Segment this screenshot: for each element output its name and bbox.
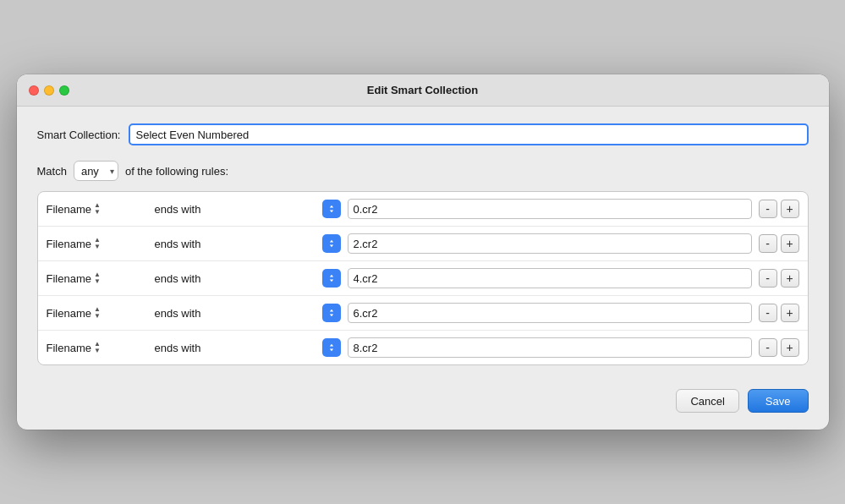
rule-operator: ends with [155,304,341,322]
rule-actions: - + [759,234,799,253]
title-bar: Edit Smart Collection [17,74,829,107]
remove-rule-button[interactable]: - [759,338,777,357]
table-row: Filename ▲▼ ends with - + [38,296,808,331]
rule-value-input[interactable] [348,233,752,254]
field-arrows-icon: ▲▼ [94,306,101,320]
table-row: Filename ▲▼ ends with - + [38,261,808,296]
match-label-after: of the following rules: [125,165,228,178]
dialog-footer: Cancel Save [17,379,829,413]
add-rule-button[interactable]: + [781,338,799,357]
operator-select-button[interactable] [322,200,341,218]
operator-text: ends with [155,342,317,354]
rule-operator: ends with [155,234,341,253]
match-any-select[interactable]: any all [74,161,118,181]
rule-operator: ends with [155,200,341,218]
cancel-button[interactable]: Cancel [676,389,738,413]
rule-field-text: Filename [47,238,91,250]
table-row: Filename ▲▼ ends with - + [38,192,808,227]
traffic-lights [29,85,69,96]
operator-text: ends with [155,238,317,250]
field-arrows-icon: ▲▼ [94,202,101,216]
field-arrows-icon: ▲▼ [94,237,101,250]
field-arrows-icon: ▲▼ [94,341,101,354]
rule-field: Filename ▲▼ [47,271,148,285]
add-rule-button[interactable]: + [781,304,799,322]
rule-field: Filename ▲▼ [47,341,148,354]
remove-rule-button[interactable]: - [759,234,777,253]
rule-field: Filename ▲▼ [47,202,148,216]
rule-field-text: Filename [47,203,91,216]
add-rule-button[interactable]: + [781,269,799,288]
operator-select-button[interactable] [322,304,341,322]
smart-collection-label: Smart Collection: [37,129,121,141]
operator-text: ends with [155,307,317,320]
rule-field-text: Filename [47,307,91,320]
remove-rule-button[interactable]: - [759,200,777,218]
match-select-wrapper: any all ▾ [74,161,118,181]
smart-collection-input[interactable] [129,123,808,145]
remove-rule-button[interactable]: - [759,269,777,288]
add-rule-button[interactable]: + [781,200,799,218]
dialog-body: Smart Collection: Match any all ▾ of the… [17,107,829,365]
field-arrows-icon: ▲▼ [94,271,101,285]
rule-actions: - + [759,269,799,288]
operator-text: ends with [155,272,317,285]
save-button[interactable]: Save [748,389,809,413]
add-rule-button[interactable]: + [781,234,799,253]
match-label-before: Match [37,165,67,178]
operator-select-button[interactable] [322,234,341,253]
edit-smart-collection-dialog: Edit Smart Collection Smart Collection: … [17,74,829,430]
rule-field-text: Filename [47,272,91,285]
table-row: Filename ▲▼ ends with - + [38,331,808,364]
minimize-button[interactable] [44,85,54,96]
window-title: Edit Smart Collection [367,84,478,96]
rule-operator: ends with [155,338,341,357]
rule-operator: ends with [155,269,341,288]
rule-field: Filename ▲▼ [47,237,148,250]
close-button[interactable] [29,85,39,96]
maximize-button[interactable] [59,85,69,96]
rule-value-input[interactable] [348,337,752,358]
rules-container: Filename ▲▼ ends with - + [37,191,809,365]
rule-actions: - + [759,304,799,322]
remove-rule-button[interactable]: - [759,304,777,322]
rule-actions: - + [759,200,799,218]
table-row: Filename ▲▼ ends with - + [38,227,808,261]
rule-value-input[interactable] [348,268,752,288]
rule-value-input[interactable] [348,199,752,219]
operator-text: ends with [155,203,317,216]
operator-select-button[interactable] [322,269,341,288]
rule-field-text: Filename [47,342,91,354]
operator-select-button[interactable] [322,338,341,357]
rule-actions: - + [759,338,799,357]
smart-collection-row: Smart Collection: [37,123,809,145]
match-row: Match any all ▾ of the following rules: [37,161,809,181]
rule-field: Filename ▲▼ [47,306,148,320]
rule-value-input[interactable] [348,303,752,323]
